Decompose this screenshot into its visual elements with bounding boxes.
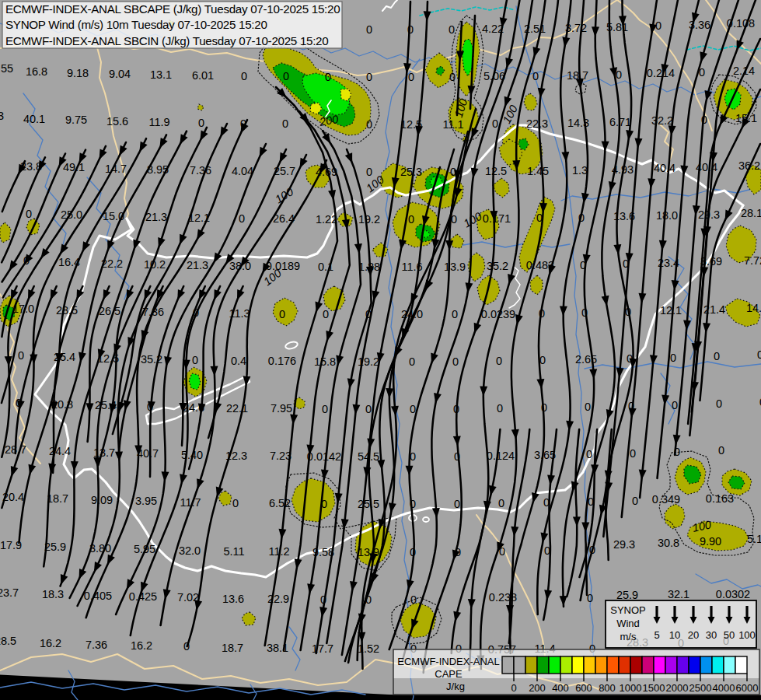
svg-text:7.72: 7.72 xyxy=(744,254,761,267)
svg-text:0: 0 xyxy=(616,68,622,81)
svg-text:1.22: 1.22 xyxy=(316,213,337,226)
svg-text:0: 0 xyxy=(627,352,633,365)
svg-text:0: 0 xyxy=(670,352,676,364)
svg-text:0: 0 xyxy=(366,71,372,83)
svg-text:0: 0 xyxy=(578,212,585,224)
svg-text:0: 0 xyxy=(581,306,588,319)
svg-text:0: 0 xyxy=(539,354,546,366)
svg-text:25.3: 25.3 xyxy=(400,166,422,178)
svg-text:15.6: 15.6 xyxy=(106,115,128,128)
svg-text:0: 0 xyxy=(450,166,456,178)
svg-text:36.2: 36.2 xyxy=(738,159,760,172)
svg-text:17.9: 17.9 xyxy=(0,539,22,551)
svg-text:18.7: 18.7 xyxy=(222,642,243,654)
svg-text:0.171: 0.171 xyxy=(483,212,511,225)
svg-text:9.90: 9.90 xyxy=(700,535,721,548)
svg-text:0: 0 xyxy=(198,117,204,129)
svg-text:SYNOP: SYNOP xyxy=(610,604,646,616)
svg-text:24.4: 24.4 xyxy=(49,445,71,457)
svg-text:0.483: 0.483 xyxy=(526,259,554,271)
svg-text:0: 0 xyxy=(321,498,327,510)
svg-text:11.9: 11.9 xyxy=(148,116,169,128)
svg-text:54.5: 54.5 xyxy=(358,450,379,463)
svg-text:4.04: 4.04 xyxy=(232,165,253,177)
svg-text:32.0: 32.0 xyxy=(179,544,201,557)
svg-text:11.1: 11.1 xyxy=(442,118,463,131)
svg-text:0: 0 xyxy=(499,545,505,558)
svg-text:0.0239: 0.0239 xyxy=(481,308,515,320)
svg-text:5.1: 5.1 xyxy=(747,533,761,545)
svg-text:28.7: 28.7 xyxy=(5,443,26,456)
svg-text:28.5: 28.5 xyxy=(0,635,16,647)
svg-text:0: 0 xyxy=(192,354,198,366)
svg-text:0: 0 xyxy=(701,114,707,126)
svg-text:40.4: 40.4 xyxy=(654,162,675,174)
svg-text:7.36: 7.36 xyxy=(190,164,211,177)
svg-text:100: 100 xyxy=(738,629,756,641)
svg-text:0: 0 xyxy=(625,306,631,318)
svg-text:22.1: 22.1 xyxy=(226,402,248,415)
svg-text:0: 0 xyxy=(498,497,504,509)
svg-text:28.5: 28.5 xyxy=(56,304,78,317)
svg-text:5.81: 5.81 xyxy=(606,21,628,33)
svg-text:0.238: 0.238 xyxy=(489,591,517,604)
svg-text:7.02: 7.02 xyxy=(177,591,199,604)
svg-text:0: 0 xyxy=(455,546,461,558)
svg-text:3.80: 3.80 xyxy=(89,542,111,555)
svg-text:0: 0 xyxy=(410,403,416,415)
svg-text:0: 0 xyxy=(408,71,414,83)
svg-text:ECMWF-INDEX-ANAL SBCAPE (J/kg): ECMWF-INDEX-ANAL SBCAPE (J/kg) Tuesday 0… xyxy=(5,2,340,16)
svg-text:0: 0 xyxy=(714,350,720,362)
svg-text:25.9: 25.9 xyxy=(616,589,638,601)
svg-text:0: 0 xyxy=(449,71,456,83)
svg-text:13.7: 13.7 xyxy=(93,446,115,459)
svg-text:9.58: 9.58 xyxy=(312,546,334,558)
svg-text:40.7: 40.7 xyxy=(137,447,159,460)
svg-text:CAPE: CAPE xyxy=(435,668,463,680)
svg-text:18.0: 18.0 xyxy=(656,209,678,222)
svg-text:0.425: 0.425 xyxy=(129,590,157,603)
svg-text:0.163: 0.163 xyxy=(706,492,734,505)
svg-text:0: 0 xyxy=(366,166,372,178)
svg-text:26.5: 26.5 xyxy=(99,305,120,317)
svg-text:11.7: 11.7 xyxy=(180,496,201,509)
svg-text:0.0189: 0.0189 xyxy=(266,260,300,272)
svg-text:0: 0 xyxy=(454,498,460,510)
svg-text:13.1: 13.1 xyxy=(150,68,172,81)
svg-text:25.0: 25.0 xyxy=(61,208,82,221)
svg-text:0: 0 xyxy=(410,593,417,606)
svg-text:29.3: 29.3 xyxy=(698,208,720,221)
svg-text:35.2: 35.2 xyxy=(487,260,508,272)
svg-text:0: 0 xyxy=(623,257,629,270)
svg-text:7.36: 7.36 xyxy=(86,639,107,651)
svg-text:11.2: 11.2 xyxy=(268,545,289,558)
svg-text:0: 0 xyxy=(543,496,550,509)
svg-text:35.2: 35.2 xyxy=(141,353,162,366)
svg-text:15.8: 15.8 xyxy=(314,355,336,368)
svg-text:0: 0 xyxy=(409,355,415,368)
svg-text:18.3: 18.3 xyxy=(42,588,64,600)
svg-text:11.3: 11.3 xyxy=(229,307,250,320)
svg-text:16.2: 16.2 xyxy=(40,637,61,649)
svg-text:28.1: 28.1 xyxy=(741,207,761,219)
svg-text:4.93: 4.93 xyxy=(612,163,634,176)
svg-text:SYNOP Wind (m/s) 10m Tuesday 0: SYNOP Wind (m/s) 10m Tuesday 07-10-2025 … xyxy=(5,18,267,31)
svg-text:12.1: 12.1 xyxy=(188,212,210,224)
svg-text:0: 0 xyxy=(674,446,680,458)
svg-text:4.69: 4.69 xyxy=(316,166,337,178)
svg-text:12.5: 12.5 xyxy=(400,118,422,131)
svg-text:0: 0 xyxy=(408,213,414,226)
svg-text:1.45: 1.45 xyxy=(527,165,549,177)
svg-text:18.7: 18.7 xyxy=(47,492,68,505)
svg-text:1.88: 1.88 xyxy=(358,261,380,273)
svg-text:50: 50 xyxy=(724,629,735,641)
svg-text:ECMWF-INDEX-ANAL SBCIN (J/kg): ECMWF-INDEX-ANAL SBCIN (J/kg) Tuesday 07… xyxy=(5,34,328,47)
svg-text:3.95: 3.95 xyxy=(135,495,157,507)
svg-text:6000: 6000 xyxy=(736,682,759,694)
svg-text:9.75: 9.75 xyxy=(65,114,87,126)
svg-text:0: 0 xyxy=(26,208,32,220)
svg-text:0: 0 xyxy=(325,71,331,83)
svg-text:7.23: 7.23 xyxy=(270,450,291,462)
svg-text:0: 0 xyxy=(147,401,153,413)
svg-text:23.4: 23.4 xyxy=(658,257,679,269)
